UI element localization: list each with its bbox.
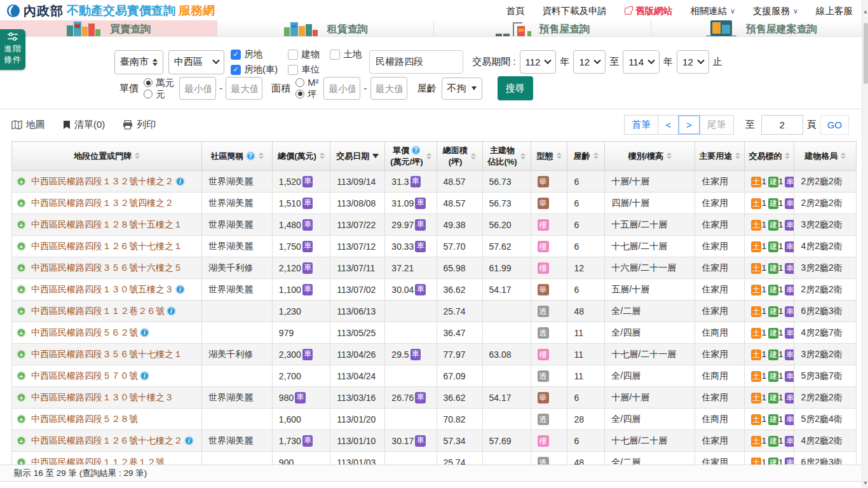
tab-4[interactable]: 預售屋建案查詢 — [651, 20, 868, 36]
expand-row-icon[interactable]: + — [17, 371, 26, 381]
keyword-input[interactable] — [369, 50, 463, 74]
expand-row-icon[interactable]: + — [17, 285, 26, 294]
expand-row-icon[interactable]: + — [17, 328, 26, 337]
column-header-age[interactable]: 屋齡 — [567, 142, 605, 171]
scroll-down-arrow[interactable] — [862, 479, 868, 487]
address-link[interactable]: 中西區民權路四段５２８號 — [31, 414, 138, 425]
district-select[interactable]: 中西區 — [168, 50, 224, 74]
expand-row-icon[interactable]: + — [17, 177, 26, 186]
next-page-button[interactable]: > — [678, 115, 700, 135]
column-header-area[interactable]: 總面積(坪) — [437, 142, 482, 171]
page-scrollbar[interactable] — [862, 0, 868, 488]
address-link[interactable]: 中西區民權路四段１３２號四樓之２ — [31, 198, 173, 209]
address-link[interactable]: 中西區民權路四段１３０號五樓之３ — [31, 284, 173, 295]
sort-icon[interactable] — [372, 154, 379, 158]
area-min-input[interactable] — [323, 77, 360, 100]
city-select[interactable]: 臺南市 — [114, 50, 163, 74]
nav-item[interactable]: 線上客服 — [816, 5, 853, 17]
column-header-address[interactable]: 地段位置或門牌 — [12, 142, 202, 171]
sort-icon[interactable] — [557, 152, 562, 159]
scroll-up-arrow[interactable] — [862, 8, 868, 15]
address-link[interactable]: 中西區民權路四段３５６號十七樓之１ — [31, 349, 182, 360]
expand-row-icon[interactable]: + — [17, 306, 26, 316]
expand-row-icon[interactable]: + — [17, 198, 26, 208]
column-header-price[interactable]: 總價(萬元) — [272, 142, 330, 171]
area-max-input[interactable] — [370, 77, 407, 100]
sort-icon[interactable] — [520, 153, 526, 159]
address-link[interactable]: 中西區民權路四段３５６號十六樓之５ — [31, 262, 182, 274]
sort-icon[interactable] — [320, 152, 325, 159]
column-header-deal[interactable]: 交易標的 — [745, 142, 794, 171]
checkbox-option[interactable]: 建物 — [288, 48, 320, 60]
column-header-usage[interactable]: 主要用途 — [695, 142, 745, 171]
sort-icon[interactable] — [667, 152, 672, 159]
address-link[interactable]: 中西區民權路四段１１２巷２６號 — [31, 306, 165, 317]
address-link[interactable]: 中西區民權路四段１３０號十樓之３ — [31, 392, 173, 403]
checkbox-option[interactable]: 車位 — [288, 64, 320, 76]
prev-page-button[interactable]: < — [658, 115, 679, 135]
expand-row-icon[interactable]: + — [17, 349, 26, 359]
to-month-select[interactable]: 12 — [677, 50, 709, 74]
nav-item[interactable]: 首頁 — [506, 5, 524, 17]
first-page-button[interactable]: 首筆 — [624, 115, 658, 135]
area-unit-option[interactable]: M² — [295, 78, 318, 88]
sort-icon[interactable] — [593, 152, 599, 159]
column-header-ratio[interactable]: 主建物佔比(%) — [482, 142, 531, 171]
to-year-select[interactable]: 114 — [623, 50, 660, 74]
sort-icon[interactable] — [426, 153, 431, 159]
area-unit-option[interactable]: 坪 — [295, 90, 318, 99]
checkbox-option[interactable]: ✓房地(車) — [231, 64, 278, 76]
nav-item[interactable]: 資料下載及申請 — [542, 5, 607, 17]
column-header-layout[interactable]: 建物格局 — [794, 142, 857, 171]
expand-row-icon[interactable]: + — [17, 414, 26, 424]
info-icon[interactable]: i — [175, 285, 185, 294]
column-header-community[interactable]: 社區簡稱? — [202, 142, 273, 171]
help-icon[interactable]: ? — [246, 151, 255, 161]
expand-row-icon[interactable]: + — [17, 436, 26, 445]
expand-row-icon[interactable]: + — [17, 220, 26, 229]
expand-row-icon[interactable]: + — [17, 263, 26, 273]
info-icon[interactable]: i — [166, 306, 176, 316]
expand-row-icon[interactable]: + — [17, 393, 26, 402]
address-link[interactable]: 中西區民權路四段１２６號十七樓之２ — [31, 435, 182, 447]
map-button[interactable]: 地圖 — [11, 119, 45, 131]
last-page-button[interactable]: 尾筆 — [700, 115, 734, 135]
info-icon[interactable]: i — [140, 371, 149, 381]
address-link[interactable]: 中西區民權路四段５６２號 — [31, 327, 138, 339]
unit-price-max-input[interactable] — [226, 77, 262, 100]
from-month-select[interactable]: 12 — [573, 50, 606, 74]
column-header-floor[interactable]: 樓別/樓高 — [605, 142, 695, 171]
help-icon[interactable]: ? — [411, 146, 421, 155]
address-link[interactable]: 中西區民權路四段１２６號十七樓之１ — [31, 241, 182, 252]
expand-row-icon[interactable]: + — [17, 241, 26, 251]
scrollbar-thumb[interactable] — [864, 23, 868, 84]
info-icon[interactable]: i — [184, 436, 194, 445]
age-select[interactable]: 不拘 — [442, 78, 482, 100]
sort-icon[interactable] — [259, 152, 264, 159]
column-header-type[interactable]: 型態 — [531, 142, 567, 171]
column-header-date[interactable]: 交易日期 — [330, 142, 385, 171]
from-year-select[interactable]: 112 — [520, 50, 557, 74]
unit-price-min-input[interactable] — [179, 77, 216, 100]
unit-price-unit-option[interactable]: 萬元 — [144, 78, 174, 88]
sort-icon[interactable] — [735, 152, 740, 159]
print-button[interactable]: 列印 — [123, 119, 156, 131]
address-link[interactable]: 中西區民權路四段５７０號 — [31, 370, 138, 382]
info-icon[interactable]: i — [140, 328, 149, 337]
info-icon[interactable]: i — [175, 177, 185, 186]
sort-icon[interactable] — [841, 152, 846, 159]
sort-icon[interactable] — [785, 152, 790, 159]
advanced-conditions-button[interactable]: 進階條件 — [0, 29, 25, 70]
page-number-input[interactable] — [761, 115, 803, 135]
address-link[interactable]: 中西區民權路四段１２８號十五樓之１ — [31, 219, 182, 231]
list-button[interactable]: 清單(0) — [63, 119, 105, 131]
tab-3[interactable]: 預售屋查詢 — [434, 20, 651, 36]
go-button[interactable]: GO — [820, 115, 849, 135]
sort-icon[interactable] — [471, 153, 476, 159]
checkbox-option[interactable]: ✓房地 — [231, 48, 278, 60]
checkbox-option[interactable]: 土地 — [330, 48, 362, 60]
tab-1[interactable]: 買賣查詢 — [0, 20, 217, 36]
search-button[interactable]: 搜尋 — [498, 76, 533, 100]
address-link[interactable]: 中西區民權路四段１３２號十樓之２ — [31, 176, 173, 187]
site-logo[interactable]: 內政部 不動產交易實價查詢 服務網 — [6, 3, 215, 20]
